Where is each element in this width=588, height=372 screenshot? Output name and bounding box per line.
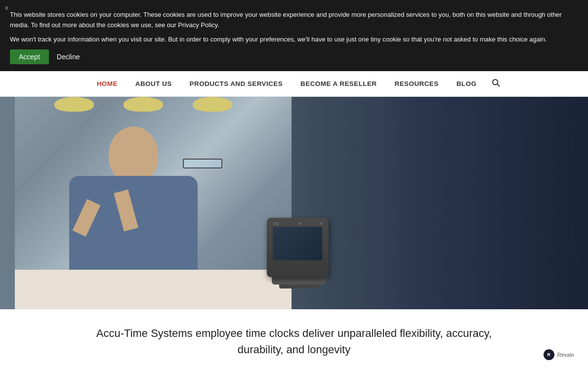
ceiling-light-2 [124, 97, 163, 112]
ceiling-light-1 [54, 97, 94, 112]
hero-right-overlay [380, 97, 588, 309]
cookie-actions: Accept Decline [10, 49, 578, 64]
device-indicator [298, 222, 301, 225]
cookie-banner: x This website stores cookies on your co… [0, 0, 588, 71]
svg-line-1 [498, 84, 500, 86]
person-head [109, 126, 158, 183]
device-top-bar: City [273, 221, 323, 226]
hero-caption-text: Accu-Time Systems employee time clocks d… [96, 327, 492, 356]
device-stand [279, 285, 319, 289]
nav-item-about[interactable]: ABOUT US [126, 80, 181, 87]
accept-button[interactable]: Accept [10, 49, 49, 64]
device-base [272, 277, 326, 285]
device-indicator-2 [320, 222, 323, 225]
device-screen [273, 227, 322, 260]
main-nav: HOME ABOUT US PRODUCTS AND SERVICES BECO… [0, 71, 588, 97]
time-clock-device: City [267, 218, 331, 282]
nav-item-reseller[interactable]: BECOME A RESELLER [292, 80, 385, 87]
cookie-text-1: This website stores cookies on your comp… [10, 10, 578, 31]
hero-caption: Accu-Time Systems employee time clocks d… [72, 309, 516, 366]
device-body: City [267, 218, 329, 277]
revain-label: Revain [557, 352, 574, 358]
hero-person-area [15, 97, 292, 309]
hero-section: City [0, 97, 588, 309]
desk-surface [15, 270, 292, 309]
cookie-close-button[interactable]: x [5, 4, 8, 11]
cookie-text-2: We won't track your information when you… [10, 35, 578, 45]
nav-item-products[interactable]: PRODUCTS AND SERVICES [181, 80, 292, 87]
cookie-text: This website stores cookies on your comp… [10, 10, 578, 44]
nav-item-home[interactable]: HOME [88, 80, 126, 87]
device-screen-inner [273, 227, 322, 260]
ceiling-light-3 [193, 97, 232, 112]
decline-button[interactable]: Decline [57, 53, 80, 61]
revain-badge: R Revain [540, 347, 578, 362]
nav-list: HOME ABOUT US PRODUCTS AND SERVICES BECO… [88, 80, 486, 87]
person-glasses [183, 159, 222, 168]
device-brand-label: City [273, 222, 279, 225]
nav-item-blog[interactable]: BLOG [448, 80, 486, 87]
nav-item-resources[interactable]: RESOURCES [386, 80, 448, 87]
search-icon[interactable] [491, 78, 500, 89]
revain-icon: R [544, 349, 554, 360]
